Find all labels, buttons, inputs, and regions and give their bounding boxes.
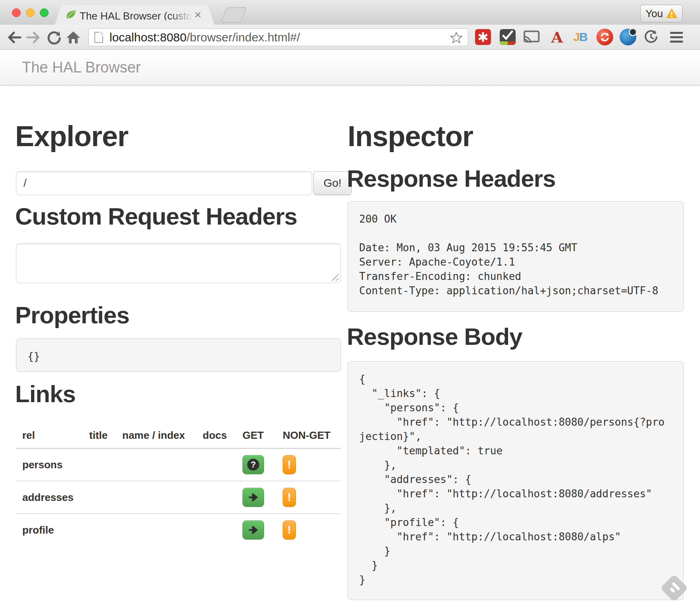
spring-leaf-icon [65,9,76,20]
col-non-get: NON-GET [283,423,341,448]
col-name-index: name / index [122,423,203,448]
get-button[interactable]: ? [242,455,264,474]
browser-window: The HAL Browser (customiz × You [0,0,700,614]
forward-button[interactable] [25,29,42,46]
properties-heading: Properties [15,301,129,330]
home-button[interactable] [65,29,82,46]
extension-checker-icon[interactable] [499,29,516,45]
extension-ball-icon[interactable] [620,29,636,45]
extension-sync-icon[interactable] [596,29,613,45]
bookmark-star-icon[interactable] [450,31,463,44]
annotator-letter: A [551,28,563,46]
arrow-right-icon [248,525,259,535]
site-header: The HAL Browser [0,50,700,86]
extension-annotator-icon[interactable]: A [549,29,565,45]
new-tab-button[interactable] [221,7,246,22]
rel-label: persons [16,448,89,481]
browser-toolbar: localhost:8080/browser/index.html#/ [0,25,700,50]
jetbrains-letter-b: B [579,30,587,43]
get-button[interactable] [242,488,264,507]
url-path: /browser/index.html#/ [186,31,300,44]
inspector-heading: Inspector [348,119,473,153]
response-body-heading: Response Body [347,323,522,351]
extension-history-icon[interactable] [643,29,659,45]
extension-chromecast-icon[interactable] [523,29,540,45]
warning-icon [666,8,677,19]
rel-label: profile [16,514,89,546]
response-headers-heading: Response Headers [347,164,555,193]
custom-headers-textarea[interactable] [16,243,341,283]
links-header-row: rel title name / index docs GET NON-GET [16,423,341,448]
site-title: The HAL Browser [22,50,141,85]
zoom-window-button[interactable] [40,8,49,17]
extension-lastpass-icon[interactable] [475,29,491,45]
properties-value: {} [16,338,341,372]
link-row-persons: persons ? ! [16,448,341,481]
response-headers-value: 200 OK Date: Mon, 03 Aug 2015 19:55:45 G… [348,201,684,312]
exclamation-icon: ! [287,458,291,471]
col-title: title [89,423,122,448]
profile-label: You [645,8,663,20]
minimize-window-button[interactable] [26,8,35,17]
explorer-heading: Explorer [15,119,128,153]
response-body-value: { "_links": { "persons": { "href": "http… [348,361,684,600]
address-input[interactable] [16,171,312,195]
browser-tab[interactable]: The HAL Browser (customiz × [55,5,214,25]
col-rel: rel [16,423,89,448]
get-button[interactable] [242,520,264,540]
window-titlebar: The HAL Browser (customiz × You [0,0,700,25]
url-text: localhost:8080/browser/index.html#/ [109,31,300,44]
reload-button[interactable] [45,29,63,46]
question-icon: ? [247,459,259,471]
page-icon [94,32,103,43]
exclamation-icon: ! [287,524,291,536]
go-button[interactable]: Go! [313,171,352,195]
link-row-addresses: addresses ! [16,481,341,514]
custom-request-headers-heading: Custom Request Headers [15,202,297,231]
jetbrains-letter-j: J [573,30,579,43]
tab-close-icon[interactable]: × [192,9,204,21]
non-get-button[interactable]: ! [283,488,296,507]
url-bar[interactable]: localhost:8080/browser/index.html#/ [88,28,468,46]
menu-icon[interactable] [668,29,685,45]
extension-jetbrains-icon[interactable]: JB [572,29,589,45]
profile-button[interactable]: You [640,5,682,22]
link-row-profile: profile ! [16,514,341,546]
col-docs: docs [203,423,242,448]
links-heading: Links [15,380,76,409]
exclamation-icon: ! [287,491,291,504]
close-window-button[interactable] [12,8,21,17]
non-get-button[interactable]: ! [283,455,296,474]
arrow-right-icon [248,493,259,502]
rel-label: addresses [16,481,89,514]
links-table: rel title name / index docs GET NON-GET … [16,423,341,546]
col-get: GET [242,423,283,448]
back-button[interactable] [6,29,23,46]
non-get-button[interactable]: ! [283,520,296,540]
url-host: localhost:8080 [109,31,186,44]
